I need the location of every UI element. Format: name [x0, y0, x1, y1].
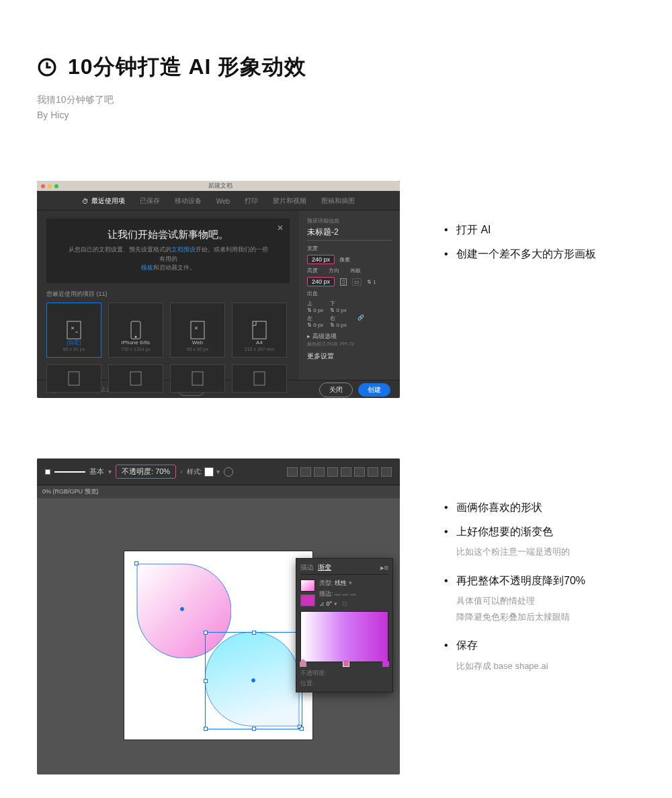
aspect-icon[interactable]: ⊡ — [342, 600, 347, 607]
tab-web[interactable]: Web — [216, 196, 230, 206]
align-icon[interactable] — [327, 467, 338, 477]
traffic-max-icon[interactable] — [54, 184, 58, 188]
svg-rect-6 — [69, 372, 79, 385]
angle-input[interactable]: 0° — [327, 600, 333, 607]
banner-title: 让我们开始尝试新事物吧。 — [66, 229, 270, 241]
tab-mobile[interactable]: 移动设备 — [175, 196, 202, 206]
gradient-stop[interactable] — [382, 659, 389, 667]
instruction-item: 上好你想要的渐变色 — [440, 523, 635, 541]
instruction-item: 打开 AI — [440, 221, 635, 239]
link-icon[interactable]: 🔗 — [358, 315, 364, 328]
preset-extra-4[interactable] — [232, 364, 287, 393]
artboard-count[interactable]: ⇅ 1 — [367, 279, 376, 285]
tab-stroke[interactable]: 描边 — [300, 563, 314, 572]
opacity-input[interactable]: 不透明度: 70% — [116, 465, 176, 479]
tab-print[interactable]: 打印 — [245, 196, 258, 206]
tab-gradient[interactable]: 渐变 — [318, 563, 331, 572]
preset-extra-2[interactable] — [108, 364, 163, 393]
orientation-portrait-icon[interactable]: ▯ — [340, 278, 347, 286]
preset-extra-1[interactable] — [46, 364, 101, 393]
close-icon[interactable]: ✕ — [277, 223, 284, 233]
document-tab[interactable]: 0% (RGB/GPU 预览) — [37, 485, 400, 498]
clock-icon — [37, 57, 57, 77]
banner-text: 从您自己的文档设置、预先设置格式的文档预设开始。或者利用我们的一些有用的 模板和… — [66, 245, 270, 273]
preset-custom[interactable]: [自定]90 x 91 px — [46, 303, 101, 358]
welcome-banner: ✕ 让我们开始尝试新事物吧。 从您自己的文档设置、预先设置格式的文档预设开始。或… — [46, 218, 290, 283]
align-icon[interactable] — [300, 467, 311, 477]
width-label: 宽度 — [307, 245, 318, 251]
stroke-weight[interactable] — [54, 471, 85, 473]
unit-dropdown[interactable]: 像素 — [339, 257, 350, 263]
document-icon — [251, 320, 267, 340]
artboard-label: 画板 — [350, 267, 361, 274]
canvas[interactable]: 描边 渐变 ▸≡ 类型: 线性 ▾ 描边: ▬ ▬ ▬ — [37, 499, 400, 774]
orientation-landscape-icon[interactable]: ▭ — [352, 278, 362, 286]
document-icon — [129, 370, 142, 387]
transform-icon[interactable] — [381, 467, 392, 477]
traffic-close-icon[interactable] — [41, 184, 45, 188]
tab-film[interactable]: 胶片和视频 — [273, 196, 306, 206]
svg-rect-9 — [254, 372, 265, 385]
basic-label[interactable]: 基本 — [89, 467, 104, 477]
tab-art[interactable]: 图稿和插图 — [321, 196, 355, 206]
doc-title-input[interactable]: 未标题-2 — [307, 227, 392, 241]
anchor-point[interactable] — [134, 561, 138, 565]
panel-menu-icon[interactable]: ▸≡ — [380, 563, 388, 572]
gradient-stop[interactable] — [300, 659, 306, 667]
svg-rect-5 — [253, 321, 266, 339]
screenshot-new-document: 新建文档 ⏱ 最近使用项 已保存 移动设备 Web 打印 胶片和视频 图稿和插图… — [37, 181, 400, 398]
banner-link-presets[interactable]: 文档预设 — [171, 246, 196, 253]
page-title: 10分钟打造 AI 形象动效 — [68, 52, 306, 82]
gradient-slider[interactable] — [300, 611, 388, 662]
preset-extra-3[interactable] — [170, 364, 225, 393]
center-point[interactable] — [180, 607, 184, 611]
angle-icon: ⊿ — [319, 600, 325, 607]
banner-link-templates[interactable]: 模板 — [141, 264, 153, 271]
style-dropdown[interactable]: 样式: ▾ — [187, 467, 220, 477]
dialog-titlebar: 新建文档 — [37, 181, 400, 191]
document-icon — [66, 320, 82, 340]
globe-icon[interactable] — [224, 467, 233, 477]
document-icon — [191, 370, 204, 387]
bounding-box[interactable] — [205, 632, 302, 729]
advanced-toggle[interactable]: ▸ 高级选项 — [307, 332, 392, 341]
gradient-panel[interactable]: 描边 渐变 ▸≡ 类型: 线性 ▾ 描边: ▬ ▬ ▬ — [296, 558, 393, 692]
align-icon[interactable] — [314, 467, 325, 477]
type-dropdown[interactable]: 线性 — [335, 580, 347, 586]
create-button[interactable]: 创建 — [358, 383, 390, 397]
more-settings-button[interactable]: 更多设置 — [307, 352, 392, 361]
instruction-item: 创建一个差不多大的方形画板 — [440, 245, 635, 263]
stop-position-label: 位置: — [300, 680, 314, 686]
fill-stroke-swatch[interactable] — [300, 594, 315, 606]
transform-icon[interactable] — [368, 467, 378, 477]
tab-saved[interactable]: 已保存 — [140, 196, 160, 206]
ai-toolbar: 基本 ▾ 不透明度: 70% › 样式: ▾ — [37, 458, 400, 485]
adv-detail: 颜色模式 RGB, PPI 72 — [307, 341, 392, 348]
preset-a4[interactable]: A4210 x 297 mm — [232, 303, 287, 358]
instruction-sub: 具体值可以酌情处理 降降避免色彩叠加后太辣眼睛 — [456, 593, 635, 625]
align-icon[interactable] — [287, 467, 298, 477]
align-icon[interactable] — [341, 467, 351, 477]
bleed-label: 出血 — [307, 290, 318, 296]
width-input[interactable]: 240 px — [307, 255, 335, 264]
stop-opacity-label: 不透明度: — [300, 670, 327, 676]
gradient-swatch[interactable] — [300, 580, 315, 592]
gradient-stop[interactable] — [343, 659, 349, 667]
svg-rect-4 — [191, 321, 204, 339]
tab-recent[interactable]: ⏱ 最近使用项 — [82, 196, 125, 206]
preset-web[interactable]: Web90 x 90 px — [170, 303, 225, 358]
align-icon[interactable] — [354, 467, 365, 477]
section-2: 基本 ▾ 不透明度: 70% › 样式: ▾ — [37, 458, 635, 774]
height-input[interactable]: 240 px — [307, 277, 335, 286]
section-2-instructions: 画俩你喜欢的形状 上好你想要的渐变色 比如这个粉注意一端是透明的 再把整体不透明… — [440, 458, 635, 686]
traffic-min-icon[interactable] — [48, 184, 52, 188]
recent-label: 您最近使用的项目 (11) — [46, 290, 290, 298]
close-button[interactable]: 关闭 — [319, 383, 353, 397]
section-1: 新建文档 ⏱ 最近使用项 已保存 移动设备 Web 打印 胶片和视频 图稿和插图… — [37, 181, 635, 398]
fill-swatch[interactable] — [45, 469, 50, 475]
svg-rect-7 — [130, 372, 141, 385]
document-icon — [253, 370, 266, 387]
preset-iphone[interactable]: iPhone 6/6s750 x 1334 px — [108, 303, 163, 358]
instruction-item: 画俩你喜欢的形状 — [440, 499, 635, 516]
instruction-sub: 比如存成 base shape.ai — [456, 658, 635, 674]
